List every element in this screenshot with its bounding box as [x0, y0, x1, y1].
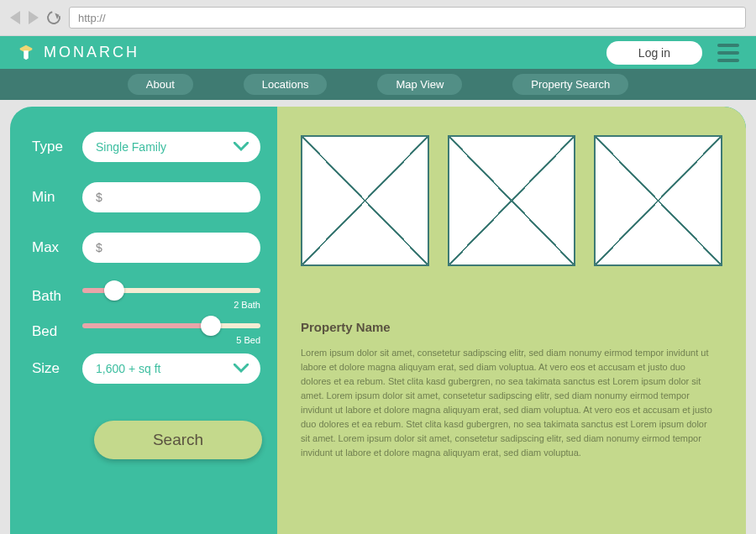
- filter-sidebar: Type Single Family Min $ Max $ Bath: [10, 107, 277, 534]
- min-placeholder: $: [96, 191, 102, 204]
- image-placeholder[interactable]: [448, 135, 576, 266]
- bath-label: Bath: [32, 288, 71, 305]
- back-icon[interactable]: [10, 11, 20, 24]
- chevron-down-icon: [234, 364, 249, 374]
- max-placeholder: $: [96, 241, 102, 254]
- brand: MONARCH: [17, 44, 139, 62]
- bed-slider[interactable]: 5 Bed: [82, 318, 260, 345]
- nav-map-view[interactable]: Map View: [377, 74, 462, 95]
- search-button[interactable]: Search: [94, 421, 262, 459]
- login-button[interactable]: Log in: [606, 41, 702, 65]
- bath-slider[interactable]: 2 Bath: [82, 283, 260, 310]
- image-placeholder[interactable]: [301, 135, 429, 266]
- nav-locations[interactable]: Locations: [244, 74, 328, 95]
- results-panel: Property Name Lorem ipsum dolor sit amet…: [277, 107, 746, 534]
- brand-text: MONARCH: [44, 44, 139, 61]
- bed-value: 5 Bed: [82, 335, 260, 345]
- property-description: Lorem ipsum dolor sit amet, consetetur s…: [301, 346, 712, 460]
- nav-about[interactable]: About: [128, 74, 193, 95]
- main-nav: About Locations Map View Property Search: [0, 69, 756, 100]
- slider-thumb[interactable]: [104, 280, 124, 301]
- type-value: Single Family: [96, 140, 166, 154]
- content-card: Property Name Lorem ipsum dolor sit amet…: [10, 107, 746, 534]
- slider-thumb[interactable]: [201, 316, 221, 336]
- app-header: MONARCH Log in: [0, 36, 756, 69]
- image-placeholder[interactable]: [594, 135, 722, 266]
- min-input[interactable]: $: [82, 182, 260, 212]
- menu-icon[interactable]: [717, 44, 739, 62]
- size-value: 1,600 + sq ft: [96, 362, 160, 375]
- browser-chrome: http://: [0, 0, 756, 36]
- url-bar[interactable]: http://: [69, 7, 746, 29]
- type-label: Type: [32, 139, 71, 155]
- nav-property-search[interactable]: Property Search: [512, 74, 628, 95]
- reload-icon[interactable]: [45, 8, 63, 27]
- max-input[interactable]: $: [82, 233, 260, 263]
- property-title: Property Name: [301, 320, 712, 334]
- max-label: Max: [32, 239, 71, 256]
- size-select[interactable]: 1,600 + sq ft: [82, 353, 260, 384]
- logo-icon: [17, 44, 35, 62]
- size-label: Size: [32, 360, 71, 377]
- chevron-down-icon: [234, 142, 249, 152]
- forward-icon[interactable]: [29, 11, 39, 24]
- bed-label: Bed: [32, 323, 71, 340]
- bath-value: 2 Bath: [82, 300, 260, 310]
- type-select[interactable]: Single Family: [82, 132, 260, 162]
- min-label: Min: [32, 189, 71, 206]
